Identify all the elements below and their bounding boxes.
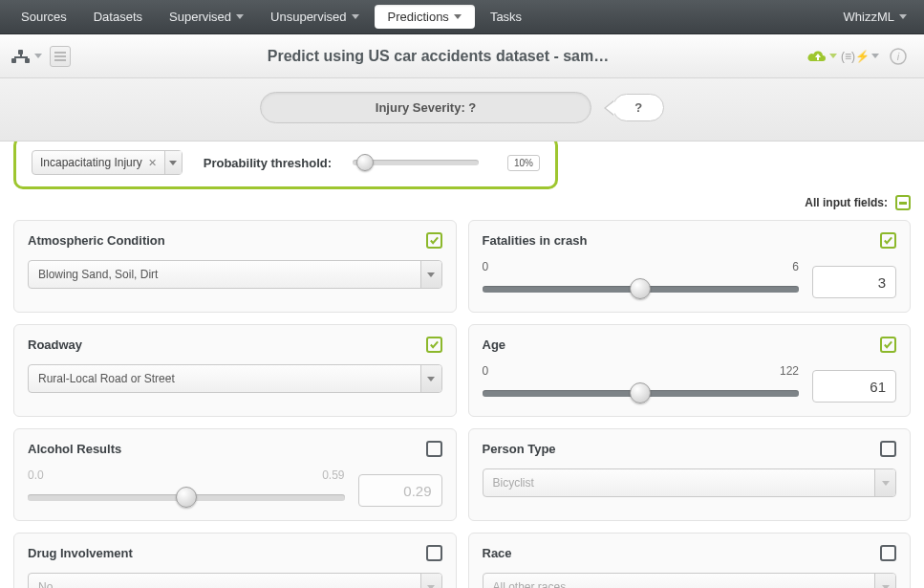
drug-select[interactable]: No <box>28 573 442 588</box>
top-nav: Sources Datasets Supervised Unsupervised… <box>0 0 924 34</box>
class-select-value: Incapacitating Injury <box>40 156 142 169</box>
fields-grid: Atmospheric ConditionBlowing Sand, Soil,… <box>13 220 911 588</box>
select-value: No <box>38 580 53 588</box>
page-header: Predict using US car accidents dataset -… <box>0 34 924 78</box>
nav-supervised[interactable]: Supervised <box>156 0 257 33</box>
info-icon[interactable]: i <box>882 42 914 71</box>
range-labels: 0122 <box>483 364 800 378</box>
age-range: 0122 <box>483 364 897 403</box>
panel-enable-checkbox[interactable] <box>426 545 442 561</box>
field-panel-drug: Drug InvolvementNo <box>13 533 457 588</box>
panel-enable-checkbox[interactable] <box>880 441 896 457</box>
nav-tasks[interactable]: Tasks <box>477 0 535 33</box>
panel-title: Person Type <box>483 442 556 456</box>
panel-head: Drug Involvement <box>28 545 442 561</box>
panel-title: Age <box>483 338 506 352</box>
alcohol-range: 0.00.59 <box>28 468 442 507</box>
objective-label: Injury Severity: ? <box>260 92 591 123</box>
model-tree-icon[interactable] <box>10 42 42 71</box>
nav-sources[interactable]: Sources <box>8 0 80 33</box>
race-select[interactable]: All other races <box>483 573 897 588</box>
fatalities-value-input[interactable] <box>812 266 896 298</box>
panel-enable-checkbox[interactable] <box>426 441 442 457</box>
chevron-down-icon <box>352 14 359 19</box>
panel-enable-checkbox[interactable] <box>880 232 896 249</box>
panel-title: Roadway <box>28 338 82 352</box>
panel-title: Atmospheric Condition <box>28 233 165 248</box>
field-panel-persontype: Person TypeBicyclist <box>468 428 912 521</box>
panel-title: Race <box>483 546 512 560</box>
prediction-value-bubble: ? <box>612 94 664 121</box>
slider-thumb[interactable] <box>630 382 651 403</box>
panel-title: Drug Involvement <box>28 546 133 560</box>
chevron-down-icon <box>882 585 890 589</box>
content-area: Incapacitating Injury ✕ Probability thre… <box>0 136 924 588</box>
fatalities-range: 06 <box>483 260 897 298</box>
panel-enable-checkbox[interactable] <box>880 337 896 353</box>
range-min: 0 <box>483 260 489 273</box>
nav-unsupervised[interactable]: Unsupervised <box>257 0 373 33</box>
atmos-select[interactable]: Blowing Sand, Soil, Dirt <box>28 260 442 289</box>
chevron-down-icon <box>899 14 907 19</box>
chevron-down-icon <box>427 585 435 589</box>
roadway-select[interactable]: Rural-Local Road or Street <box>28 364 442 393</box>
threshold-slider[interactable] <box>353 153 479 172</box>
slider-thumb[interactable] <box>356 154 374 171</box>
select-dropdown-button[interactable] <box>874 469 895 496</box>
threshold-value: 10% <box>507 155 540 171</box>
range-min: 0 <box>483 364 489 378</box>
cloud-action-icon[interactable] <box>806 42 838 71</box>
select-dropdown-button[interactable] <box>420 261 441 288</box>
select-dropdown-button[interactable] <box>874 574 895 588</box>
tree-icon <box>11 50 32 63</box>
chevron-down-icon <box>236 14 244 19</box>
field-panel-atmos: Atmospheric ConditionBlowing Sand, Soil,… <box>13 220 457 313</box>
nav-whizzml[interactable]: WhizzML <box>834 0 916 33</box>
panel-head: Race <box>483 545 897 561</box>
field-panel-roadway: RoadwayRural-Local Road or Street <box>13 324 457 417</box>
all-fields-toggle[interactable] <box>895 195 911 210</box>
range-labels: 0.00.59 <box>28 468 345 482</box>
select-value: Bicyclist <box>493 476 534 490</box>
nav-datasets[interactable]: Datasets <box>80 0 156 33</box>
panel-head: Alcohol Results <box>28 441 442 457</box>
alcohol-value-input[interactable] <box>358 474 442 507</box>
select-value: Rural-Local Road or Street <box>38 372 175 385</box>
panel-title: Fatalities in crash <box>483 233 588 248</box>
panel-title: Alcohol Results <box>28 442 121 456</box>
nav-predictions[interactable]: Predictions <box>375 5 475 29</box>
age-slider[interactable] <box>483 383 800 403</box>
panel-enable-checkbox[interactable] <box>426 337 442 353</box>
settings-icon[interactable] <box>50 46 71 67</box>
alcohol-slider[interactable] <box>28 488 345 507</box>
code-action-icon[interactable]: (≡)⚡ <box>844 42 876 71</box>
nav-unsupervised-label: Unsupervised <box>270 10 347 24</box>
class-select-dropdown[interactable] <box>164 151 182 174</box>
panel-enable-checkbox[interactable] <box>426 232 442 249</box>
select-dropdown-button[interactable] <box>420 365 441 392</box>
range-max: 0.59 <box>322 468 344 482</box>
nav-whizzml-label: WhizzML <box>844 10 894 24</box>
chevron-down-icon <box>454 14 462 19</box>
chevron-down-icon <box>169 161 177 165</box>
slider-thumb[interactable] <box>176 487 197 508</box>
slider-thumb[interactable] <box>630 278 651 299</box>
svg-text:i: i <box>897 51 900 62</box>
range-max: 122 <box>780 364 799 378</box>
chevron-down-icon <box>871 54 879 58</box>
persontype-select[interactable]: Bicyclist <box>483 468 897 497</box>
panel-enable-checkbox[interactable] <box>880 545 896 561</box>
range-labels: 06 <box>483 260 800 273</box>
prediction-subheader: Injury Severity: ? ? <box>0 78 924 142</box>
close-icon[interactable]: ✕ <box>148 157 157 169</box>
nav-items: Sources Datasets Supervised Unsupervised… <box>8 0 834 33</box>
fatalities-slider[interactable] <box>483 279 800 298</box>
age-value-input[interactable] <box>812 370 896 403</box>
class-select[interactable]: Incapacitating Injury ✕ <box>32 150 183 175</box>
code-icon: (≡)⚡ <box>841 50 870 63</box>
all-fields-label: All input fields: <box>805 196 888 209</box>
field-panel-fatalities: Fatalities in crash06 <box>468 220 912 313</box>
select-value: All other races <box>493 580 567 588</box>
select-dropdown-button[interactable] <box>420 574 441 588</box>
field-panel-age: Age0122 <box>468 324 912 417</box>
